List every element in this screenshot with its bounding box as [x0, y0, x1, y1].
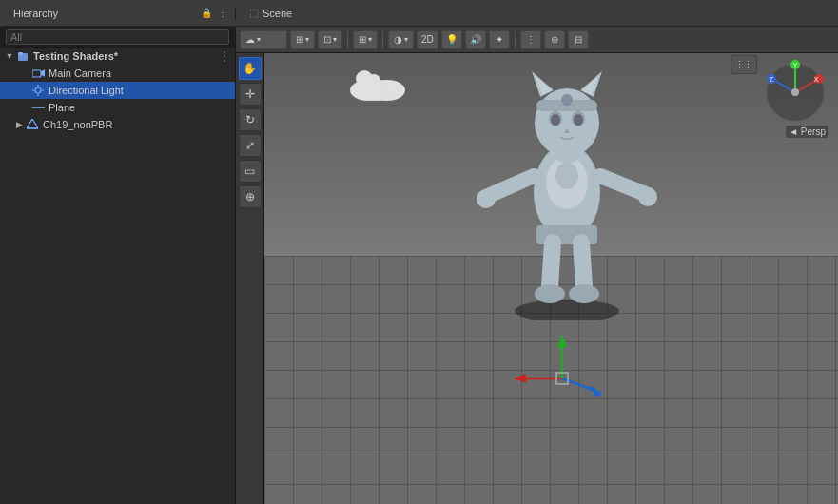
svg-rect-2 [32, 70, 41, 77]
search-bar [0, 27, 235, 48]
extra-2[interactable]: ⊟ [568, 30, 589, 49]
rect-tool-btn[interactable]: ▭ [239, 160, 262, 183]
divider-1 [347, 31, 348, 48]
light-icon [30, 84, 46, 97]
scene-corner-icons: ⋮⋮ [731, 55, 757, 74]
left-tools: ✋ ✛ ↻ ⤢ ▭ ⊕ [236, 53, 264, 504]
gizmo-z-label: Z [770, 76, 774, 83]
orientation-gizmo-svg: X Y Z [762, 59, 828, 126]
svg-point-4 [35, 87, 41, 93]
right-eye [574, 114, 583, 126]
gizmo-x-label: X [814, 76, 819, 83]
tree-item-ch19-nonpbr[interactable]: ▶ Ch19_nonPBR [0, 116, 235, 133]
right-leg [581, 242, 584, 287]
persp-label: ◄ Persp [786, 126, 828, 138]
divider-2 [382, 31, 383, 48]
move-icon: ✛ [245, 87, 255, 101]
transform-icon: ⊞ [296, 34, 303, 45]
orientation-gizmo[interactable]: X Y Z [762, 59, 828, 126]
character-svg [472, 53, 662, 320]
2d-toggle[interactable]: 2D [417, 30, 438, 49]
tree-item-main-camera[interactable]: Main Camera [0, 65, 235, 82]
tree-label-ch19: Ch19_nonPBR [43, 119, 235, 130]
left-hand [477, 189, 496, 208]
hand-tool-btn[interactable]: ✋ [239, 57, 262, 80]
right-hand [638, 187, 657, 206]
scene-top-toolbar-inner: ☁ ⊞ ⊡ ⊞ ◑ 2D [240, 30, 834, 49]
tree-arrow-testing-shaders: ▼ [4, 51, 15, 61]
gizmo-y-label: Y [793, 62, 798, 68]
gizmo-y-arrow [557, 334, 567, 347]
grid-dropdown[interactable]: ⊞ [353, 30, 378, 49]
hierarchy-panel: ▼ Testing Shaders* ⋮ Main Camera [0, 27, 236, 504]
scale-icon: ⤢ [245, 139, 255, 152]
tree-label-main-camera: Main Camera [49, 68, 235, 79]
extra-1[interactable]: ⊕ [544, 30, 565, 49]
hand-icon: ✋ [243, 62, 257, 75]
gizmos-dropdown[interactable]: ⊡ [318, 30, 342, 49]
top-toolbar: Hierarchy 🔒 ⋮ ⬚ Scene [0, 0, 838, 27]
camera-icon [30, 67, 46, 80]
divider-3 [515, 31, 516, 48]
right-foot [569, 284, 599, 303]
body-detail [555, 163, 578, 189]
audio-toggle[interactable]: 🔊 [465, 30, 486, 49]
scene-view[interactable]: X Y Z [264, 53, 838, 504]
hierarchy-lock-icon[interactable]: 🔒 [200, 7, 213, 20]
tree-label-directional-light: Directional Light [49, 85, 235, 96]
mesh-icon [25, 118, 40, 131]
scene-content-area: ✋ ✛ ↻ ⤢ ▭ ⊕ [236, 53, 838, 504]
render-mode-dropdown[interactable]: ◑ [388, 30, 414, 49]
gizmos-icon: ⊡ [323, 34, 331, 45]
scene-extra-btn-1[interactable]: ⋮⋮ [731, 55, 757, 74]
move-gizmo [505, 326, 619, 405]
scene-panel: ☁ ⊞ ⊡ ⊞ ◑ 2D [236, 27, 838, 504]
rotate-tool-btn[interactable]: ↻ [239, 108, 262, 131]
cloud-object [350, 80, 386, 101]
rect-icon: ▭ [244, 165, 255, 178]
transform-tool-btn[interactable]: ⊕ [239, 185, 262, 208]
hierarchy-tab-label: Hierarchy [6, 8, 66, 19]
svg-marker-10 [32, 107, 45, 108]
cloud-shape [350, 80, 386, 101]
gizmo-center [791, 88, 799, 96]
gizmo-arrows-svg [505, 326, 619, 402]
left-leg [550, 242, 553, 287]
svg-rect-1 [18, 52, 23, 55]
scene-toolbar: ☁ ⊞ ⊡ ⊞ ◑ 2D [236, 27, 838, 53]
character-shadow [515, 300, 619, 320]
svg-marker-11 [27, 119, 38, 128]
rotate-icon: ↻ [245, 113, 255, 126]
left-eye [551, 114, 560, 126]
hierarchy-menu-icon[interactable]: ⋮ [216, 7, 229, 20]
tree-label-testing-shaders: Testing Shaders* [33, 50, 218, 62]
lighting-toggle[interactable]: 💡 [441, 30, 462, 49]
hierarchy-tree: ▼ Testing Shaders* ⋮ Main Camera [0, 48, 235, 504]
helmet-ornament [561, 94, 573, 106]
scene-toolbar-top: ⬚ Scene [236, 7, 838, 19]
tree-item-testing-shaders[interactable]: ▼ Testing Shaders* ⋮ [0, 48, 235, 65]
scale-tool-btn[interactable]: ⤢ [239, 134, 262, 157]
scene-tab-label: ⬚ Scene [242, 7, 300, 19]
transform-handles-dropdown[interactable]: ⊞ [290, 30, 315, 49]
tree-arrow-ch19: ▶ [13, 120, 25, 129]
tree-item-directional-light[interactable]: Directional Light [0, 82, 235, 99]
folder-icon [15, 49, 30, 63]
tree-dots-testing-shaders[interactable]: ⋮ [218, 48, 231, 64]
tree-item-plane[interactable]: Plane [0, 99, 235, 116]
hierarchy-toolbar: Hierarchy 🔒 ⋮ [0, 7, 236, 20]
effects-toggle[interactable]: ✦ [489, 30, 510, 49]
left-foot [535, 284, 565, 303]
grid-icon: ⊞ [359, 34, 366, 45]
plane-icon [30, 101, 46, 114]
main-area: ▼ Testing Shaders* ⋮ Main Camera [0, 27, 838, 504]
more-options[interactable]: ⋮ [520, 30, 541, 49]
move-tool-btn[interactable]: ✛ [239, 83, 262, 106]
tree-label-plane: Plane [49, 102, 235, 113]
shading-icon: ☁ [245, 34, 255, 45]
transform-all-icon: ⊕ [245, 190, 255, 204]
shading-dropdown[interactable]: ☁ [240, 30, 287, 49]
render-icon: ◑ [394, 34, 402, 45]
search-input[interactable] [6, 29, 229, 45]
app-root: Hierarchy 🔒 ⋮ ⬚ Scene ▼ [0, 0, 838, 504]
